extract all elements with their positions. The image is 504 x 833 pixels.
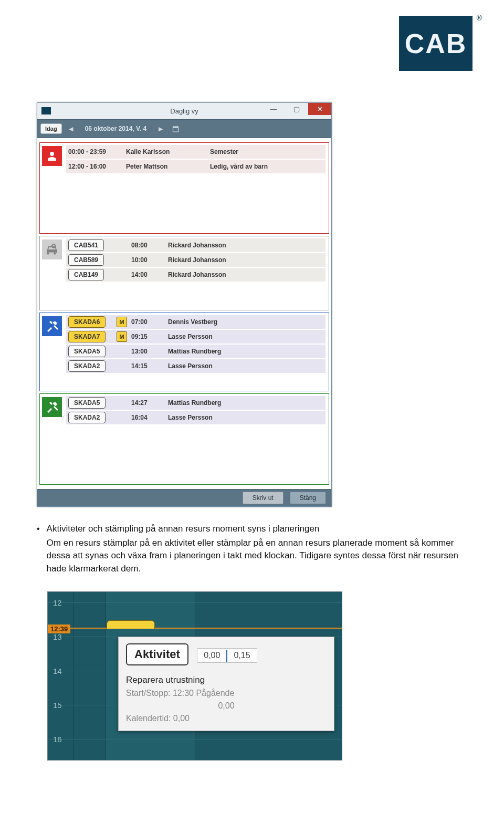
value-planned: 0,00 <box>197 649 226 662</box>
person-name: Rickard Johansson <box>168 271 252 278</box>
window-controls: — ▢ ✕ <box>262 103 331 115</box>
schedule-detail-window: 12 13 14 15 16 12:39 Aktivitet 0,000,15 … <box>47 591 342 761</box>
hour-label: 15 <box>53 701 62 710</box>
title-bar: Daglig vy — ▢ ✕ <box>37 103 331 119</box>
time: 14:27 <box>131 399 168 407</box>
absence-note: Ledig, vård av barn <box>210 163 323 170</box>
task-code[interactable]: SKADA6 <box>68 316 106 328</box>
activity-bar[interactable] <box>107 620 155 629</box>
task-row: SKADA7 M 09:15 Lasse Persson <box>66 330 326 343</box>
m-badge: M <box>117 317 127 327</box>
value-actual: 0,15 <box>227 649 256 662</box>
activity-values: 0,000,15 <box>197 648 257 663</box>
time: 13:00 <box>131 348 168 355</box>
hour-label: 12 <box>53 598 62 607</box>
time: 16:04 <box>131 414 168 421</box>
logo-region: ® CAB <box>0 0 504 81</box>
person-name: Kalle Karlsson <box>126 148 210 155</box>
car-search-icon <box>42 240 62 259</box>
activity-tag: Aktivitet <box>126 643 188 665</box>
time: 07:00 <box>131 318 168 326</box>
hour-label: 14 <box>53 667 62 675</box>
person-name: Mattias Rundberg <box>168 348 252 355</box>
time: 10:00 <box>131 256 168 264</box>
close-window-button[interactable]: Stäng <box>290 492 326 504</box>
meta-start-stop: Start/Stopp: 12:30 Pågående <box>126 689 327 698</box>
task-code[interactable]: SKADA5 <box>68 397 106 409</box>
task-row: SKADA2 16:04 Lasse Persson <box>66 411 326 424</box>
task-code[interactable]: SKADA7 <box>68 331 106 342</box>
person-name: Lasse Persson <box>168 333 252 340</box>
now-line <box>48 628 342 629</box>
person-name: Peter Mattson <box>126 163 210 170</box>
person-name: Mattias Rundberg <box>168 399 252 407</box>
planned-section: SKADA6 M 07:00 Dennis Vestberg SKADA7 M … <box>39 313 329 391</box>
next-day-button[interactable]: ▶ <box>155 123 166 134</box>
tools-icon <box>42 397 62 417</box>
cab-logo: CAB <box>399 16 472 71</box>
task-row: SKADA6 M 07:00 Dennis Vestberg <box>66 315 326 329</box>
registered-mark: ® <box>477 14 482 22</box>
hour-label: 16 <box>53 735 62 744</box>
maximize-button[interactable]: ▢ <box>285 103 308 115</box>
meta-calendar-time: Kalendertid: 0,00 <box>126 714 327 723</box>
vehicle-section: CAB541 08:00 Rickard Johansson CAB589 10… <box>39 236 329 310</box>
meta-label: Kalendertid: <box>126 714 171 723</box>
task-code[interactable]: SKADA2 <box>68 360 106 372</box>
person-name: Dennis Vestberg <box>168 318 252 326</box>
person-name: Rickard Johansson <box>168 256 252 264</box>
meta-label: Start/Stopp: <box>126 689 171 697</box>
current-date: 06 oktober 2014, V. 4 <box>80 123 152 134</box>
daily-view-window: Daglig vy — ▢ ✕ Idag ◀ 06 oktober 2014, … <box>37 102 332 507</box>
time: 09:15 <box>131 333 168 340</box>
task-row: SKADA5 14:27 Mattias Rundberg <box>66 396 326 410</box>
task-code[interactable]: SKADA5 <box>68 346 106 357</box>
task-row: SKADA2 14:15 Lasse Persson <box>66 359 326 373</box>
time: 14:00 <box>131 271 168 278</box>
calendar-button[interactable] <box>170 123 181 134</box>
date-nav-bar: Idag ◀ 06 oktober 2014, V. 4 ▶ <box>37 119 331 138</box>
window-footer: Skriv ut Stäng <box>37 489 331 506</box>
paragraph-body: Om en resurs stämplar på en aktivitet el… <box>47 537 467 576</box>
m-badge: M <box>117 331 127 342</box>
now-marker: 12:39 <box>48 624 70 633</box>
person-name: Lasse Persson <box>168 414 252 421</box>
grid-vline <box>106 592 106 760</box>
task-code[interactable]: SKADA2 <box>68 412 106 423</box>
task-row: SKADA5 13:00 Mattias Rundberg <box>66 345 326 358</box>
activity-description: Reparera utrustning <box>126 675 327 685</box>
section-list: 00:00 - 23:59 Kalle Karlsson Semester 12… <box>37 138 331 489</box>
grid-hline <box>48 602 342 603</box>
absence-note: Semester <box>210 148 323 155</box>
description-paragraph: • Aktiviteter och stämpling på annan res… <box>50 523 467 576</box>
time-range: 00:00 - 23:59 <box>68 148 126 155</box>
vehicle-code[interactable]: CAB589 <box>68 254 104 266</box>
vehicle-code[interactable]: CAB149 <box>68 269 104 280</box>
calendar-icon <box>172 125 180 133</box>
logo-box: ® CAB <box>399 16 472 71</box>
minimize-button[interactable]: — <box>262 103 285 115</box>
hour-ruler: 12 13 14 15 16 <box>48 592 73 760</box>
print-button[interactable]: Skriv ut <box>243 492 284 504</box>
activity-tooltip: Aktivitet 0,000,15 Reparera utrustning S… <box>118 637 334 731</box>
grid-hline <box>48 739 342 740</box>
time: 08:00 <box>131 242 168 249</box>
tools-icon <box>42 316 62 336</box>
close-button[interactable]: ✕ <box>308 103 331 115</box>
prev-day-button[interactable]: ◀ <box>65 123 77 134</box>
meta-value: 0,00 <box>173 714 190 723</box>
vehicle-code[interactable]: CAB541 <box>68 240 104 251</box>
absence-row: 12:00 - 16:00 Peter Mattson Ledig, vård … <box>66 160 326 173</box>
absence-section: 00:00 - 23:59 Kalle Karlsson Semester 12… <box>39 142 329 234</box>
completed-section: SKADA5 14:27 Mattias Rundberg SKADA2 16:… <box>39 393 329 485</box>
person-name: Rickard Johansson <box>168 242 252 249</box>
vehicle-row: CAB589 10:00 Rickard Johansson <box>66 253 326 267</box>
hour-label: 13 <box>53 632 62 641</box>
bullet-icon: • <box>37 523 40 576</box>
person-name: Lasse Persson <box>168 362 252 370</box>
absence-row: 00:00 - 23:59 Kalle Karlsson Semester <box>66 145 326 159</box>
today-button[interactable]: Idag <box>40 123 62 134</box>
person-icon <box>42 146 62 166</box>
meta-duration: 0,00 <box>126 701 327 711</box>
time: 14:15 <box>131 362 168 370</box>
